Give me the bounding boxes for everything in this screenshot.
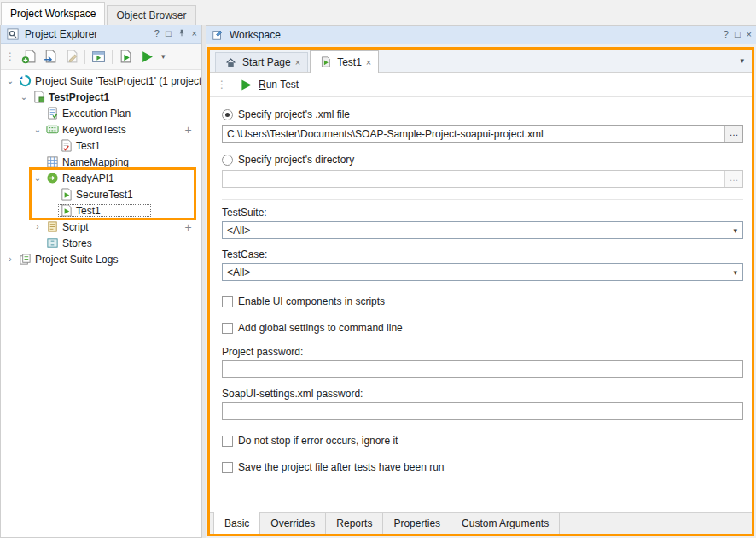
close-icon[interactable]: × (295, 57, 300, 67)
toolbar-more-chevron[interactable]: ▾ (159, 52, 168, 61)
organize-tests-button[interactable] (89, 47, 108, 67)
chevron-down-icon: ▾ (728, 268, 742, 277)
tab-object-browser[interactable]: Object Browser (107, 5, 195, 25)
separator-line (222, 199, 743, 200)
checkbox[interactable] (222, 462, 233, 473)
radio-specify-xml[interactable]: Specify project's .xml file (222, 108, 743, 120)
workspace-icon (210, 29, 225, 41)
project-password-wrap (222, 360, 743, 378)
chevron-collapsed-icon[interactable]: › (3, 255, 17, 264)
testcase-dropdown[interactable]: <All> ▾ (222, 263, 743, 281)
tree-item-label: KeywordTests (60, 124, 129, 136)
radio-button-on[interactable] (222, 109, 233, 120)
tree-item-label: ReadyAPI1 (60, 173, 117, 184)
close-icon[interactable]: × (366, 57, 371, 67)
checkbox-global-settings[interactable]: Add global settings to command line (222, 322, 743, 334)
tree-item-label: Test1 (73, 140, 103, 152)
add-script-button[interactable]: + (183, 220, 194, 234)
tree-item-test1-readyapi[interactable]: Test1 (1, 202, 201, 219)
run-project-button[interactable] (137, 47, 157, 67)
tree-item-test1-keyword[interactable]: Test1 (1, 137, 201, 154)
tab-basic[interactable]: Basic (213, 512, 260, 534)
edit-item-button[interactable] (61, 47, 81, 67)
tree-item-readyapi1[interactable]: ⌄ ReadyAPI1 (1, 170, 201, 186)
help-icon[interactable]: ? (154, 29, 160, 38)
checkbox[interactable] (222, 436, 233, 447)
tab-list-chevron-icon[interactable]: ▾ (740, 56, 744, 65)
soapui-password-input[interactable] (222, 402, 743, 420)
help-icon[interactable]: ? (724, 30, 729, 39)
radio-button-off[interactable] (222, 155, 233, 166)
workspace-header: Workspace ? □ × (206, 26, 756, 44)
tree-item-label: Project Suite 'TestProject1' (1 project) (32, 75, 201, 87)
test-settings-form: Specify project's .xml file … Specify pr… (210, 97, 752, 512)
chevron-expanded-icon[interactable]: ⌄ (31, 126, 44, 134)
chevron-down-icon: ▾ (728, 226, 742, 235)
project-password-input[interactable] (222, 360, 743, 378)
chevron-expanded-icon[interactable]: ⌄ (17, 93, 31, 102)
tree-item-label: TestProject1 (46, 91, 112, 103)
script-icon (44, 220, 60, 233)
tab-custom-arguments[interactable]: Custom Arguments (451, 513, 560, 534)
maximize-icon[interactable]: □ (166, 29, 172, 38)
testsuite-dropdown[interactable]: <All> ▾ (222, 221, 743, 239)
add-new-item-button[interactable] (19, 47, 38, 67)
xml-path-input[interactable] (222, 125, 743, 143)
close-icon[interactable]: × (747, 30, 752, 39)
close-icon[interactable]: × (192, 29, 197, 38)
tree-item-project-suite[interactable]: ⌄ Project Suite 'TestProject1' (1 projec… (1, 73, 201, 89)
pin-icon[interactable] (177, 28, 186, 39)
tab-reports[interactable]: Reports (326, 513, 383, 534)
checkbox-no-stop[interactable]: Do not stop if error occurs, ignore it (222, 435, 743, 447)
checkbox-save-project[interactable]: Save the project file after tests have b… (222, 461, 743, 473)
readyapi-test-icon (58, 204, 73, 217)
tree-item-securetest1[interactable]: SecureTest1 (1, 186, 201, 202)
tree-item-execution-plan[interactable]: Execution Plan (1, 105, 201, 121)
tab-start-page[interactable]: Start Page × (215, 52, 308, 72)
dropdown-value: <All> (227, 266, 250, 278)
top-tab-bar: Project Workspace Object Browser (0, 0, 756, 25)
test1-editor: ⋮ Run Test Specify projec (210, 73, 752, 534)
dir-path-field-wrap: … (222, 170, 743, 188)
soapui-password-label: SoapUI-settings.xml password: (222, 388, 743, 400)
checkbox-label: Do not stop if error occurs, ignore it (238, 435, 398, 447)
tab-properties[interactable]: Properties (383, 513, 451, 534)
toolbar-drag-handle[interactable]: ⋮ (3, 50, 17, 62)
soapui-password-wrap (222, 402, 743, 420)
checkbox[interactable] (222, 323, 233, 334)
tab-project-workspace[interactable]: Project Workspace (1, 2, 105, 25)
add-keyword-test-button[interactable]: + (183, 123, 194, 137)
application-window: Project Workspace Object Browser Project… (0, 0, 756, 538)
run-test-label: Run Test (259, 79, 299, 91)
chevron-collapsed-icon[interactable]: › (31, 223, 44, 231)
tree-item-testproject1[interactable]: ⌄ TestProject1 (1, 89, 201, 105)
tree-item-namemapping[interactable]: NameMapping (1, 154, 201, 170)
explorer-toolbar: ⋮ (1, 44, 201, 70)
run-test-item-button[interactable] (116, 47, 136, 67)
tree-item-keywordtests[interactable]: ⌄ KeywordTests + (1, 121, 201, 137)
maximize-icon[interactable]: □ (735, 30, 741, 39)
dir-path-input[interactable] (222, 170, 743, 188)
add-existing-item-button[interactable] (40, 47, 60, 67)
toolbar-drag-handle[interactable]: ⋮ (215, 79, 229, 91)
tree-item-script[interactable]: › Script + (1, 219, 201, 235)
tab-test1[interactable]: Test1 × (310, 50, 379, 73)
checkbox[interactable] (222, 296, 233, 307)
chevron-expanded-icon[interactable]: ⌄ (31, 174, 44, 183)
bottom-tab-strip: Basic Overrides Reports Properties Custo… (210, 512, 752, 534)
radio-specify-directory[interactable]: Specify project's directory (222, 154, 743, 166)
chevron-expanded-icon[interactable]: ⌄ (3, 77, 17, 85)
run-test-button[interactable]: Run Test (235, 77, 302, 93)
tab-label: Test1 (337, 56, 362, 68)
tab-label: Start Page (242, 56, 291, 68)
tab-overrides[interactable]: Overrides (260, 513, 326, 534)
project-explorer-panel: Project Explorer ? □ × ⋮ (0, 25, 202, 538)
browse-button[interactable]: … (724, 126, 742, 142)
browse-button-disabled[interactable]: … (724, 171, 742, 187)
project-explorer-header: Project Explorer ? □ × (1, 25, 201, 44)
checkbox-enable-ui[interactable]: Enable UI components in scripts (222, 295, 743, 307)
tree-item-stores[interactable]: Stores (1, 235, 201, 251)
project-explorer-icon (5, 28, 20, 40)
testcase-label: TestCase: (222, 249, 743, 260)
tree-item-project-suite-logs[interactable]: › Project Suite Logs (1, 251, 201, 267)
